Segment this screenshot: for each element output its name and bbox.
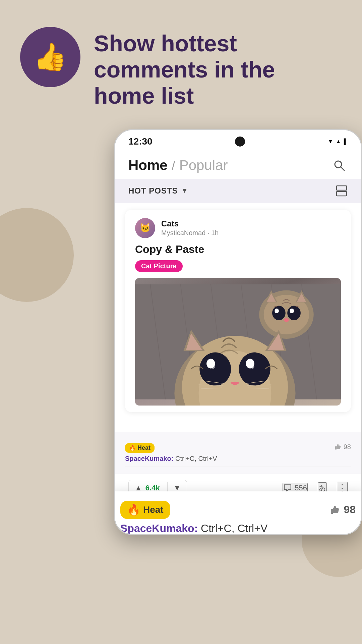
like-count-small: 98 [334,443,351,451]
in-post-comment: 🔥 Heat SpaceKumako: Ctrl+C, Ctrl+V 98 [125,439,351,467]
status-time: 12:30 [128,136,153,147]
hot-posts-filter[interactable]: HOT POSTS ▼ [128,186,188,196]
heat-badge-large: 🔥 Heat [120,501,170,519]
post-time: 1h [211,229,219,236]
svg-rect-2 [337,186,347,190]
nav-bar: Home / Popular [115,150,361,179]
post-tag[interactable]: Cat Picture [135,260,183,272]
phone-frame: 12:30 ▼ ▲ ▌ Home / Popular [114,129,362,535]
nav-home[interactable]: Home [128,157,168,173]
heat-comment-overlay: 🔥 Heat 98 SpaceKumako: Ctrl+C, Ctrl+V [114,491,362,535]
avatar: 🐱 [135,218,155,238]
post-card: 🐱 Cats MysticaNomad · 1h Copy & Paste Ca… [125,210,351,412]
fire-icon-large: 🔥 [127,503,140,516]
signal-icon: ▲ [336,139,341,145]
svg-line-1 [341,167,344,170]
fire-icon-small: 🔥 [129,445,136,451]
comment-body-small: Ctrl+C, Ctrl+V [175,455,217,462]
heat-label-large: Heat [143,504,164,515]
nav-title: Home / Popular [128,157,228,173]
heat-comment-text: SpaceKumako: Ctrl+C, Ctrl+V [120,522,356,535]
phone-mockup: 12:30 ▼ ▲ ▌ Home / Popular [114,129,362,535]
comment-author-large: SpaceKumako: [120,522,198,534]
thumbs-up-icon: 👍 [34,41,67,73]
post-author-time: MysticaNomad · 1h [161,229,341,237]
search-button[interactable] [331,157,348,174]
comment-author-small: SpaceKumako: [125,455,174,462]
headline: Show hottest comments in the home list [94,27,342,109]
svg-rect-3 [337,192,347,196]
heat-label-small: Heat [137,444,150,451]
like-number-large: 98 [344,503,356,516]
svg-point-18 [287,306,301,320]
wifi-icon: ▼ [328,139,333,145]
post-image [135,278,341,406]
nav-popular[interactable]: Popular [179,157,228,173]
status-icons: ▼ ▲ ▌ [328,139,348,145]
filter-bar: HOT POSTS ▼ [115,179,361,203]
post-comments-section: 🔥 Heat SpaceKumako: Ctrl+C, Ctrl+V 98 [115,432,361,474]
status-bar: 12:30 ▼ ▲ ▌ [115,130,361,150]
post-meta: Cats MysticaNomad · 1h [161,219,341,237]
like-number-small: 98 [344,443,351,451]
svg-point-21 [284,318,289,322]
comment-content: 🔥 Heat SpaceKumako: Ctrl+C, Ctrl+V [125,443,217,463]
thumb-circle-icon: 👍 [20,27,80,87]
heat-overlay-top: 🔥 Heat 98 [120,501,356,519]
post-author: MysticaNomad [161,229,205,236]
svg-point-33 [212,364,215,369]
comment-body-large: Ctrl+C, Ctrl+V [201,522,267,534]
heat-badge-small: 🔥 Heat [125,443,155,453]
filter-label: HOT POSTS [128,186,178,196]
layout-toggle[interactable] [336,185,348,197]
post-separator: · [207,229,211,236]
battery-icon: ▌ [344,139,348,145]
svg-point-17 [272,306,286,320]
svg-point-19 [275,308,279,313]
nav-separator: / [172,159,175,173]
bg-circle-left [0,208,74,302]
post-title: Copy & Paste [135,243,341,256]
svg-point-34 [251,364,254,369]
chevron-down-icon: ▼ [181,187,188,195]
post-subreddit[interactable]: Cats [161,219,341,228]
post-header: 🐱 Cats MysticaNomad · 1h [135,218,341,238]
svg-point-20 [290,308,294,313]
comment-text-small: SpaceKumako: Ctrl+C, Ctrl+V [125,455,217,463]
like-count-large: 98 [329,503,356,516]
camera-dot [235,137,245,147]
top-section: 👍 Show hottest comments in the home list [0,0,362,122]
